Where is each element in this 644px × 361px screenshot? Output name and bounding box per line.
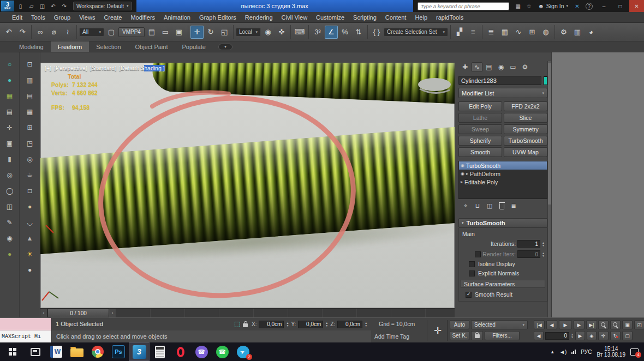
menu-create[interactable]: Create	[99, 12, 126, 22]
maxscript-macro-row[interactable]	[0, 318, 51, 330]
menu-content[interactable]: Content	[381, 12, 411, 22]
angle-snap-icon[interactable]: ∠	[325, 26, 338, 39]
selection-filter-dropdown[interactable]: All▾	[79, 28, 104, 37]
redo-icon[interactable]: ↷	[59, 1, 69, 11]
object-name-field[interactable]	[458, 76, 541, 85]
modifier-button-smooth[interactable]: Smooth	[458, 147, 502, 157]
sphere-tan-icon[interactable]: ●	[25, 201, 35, 212]
render-iters-field[interactable]: 0	[517, 250, 540, 258]
notification-center-icon[interactable]: 4	[630, 348, 639, 356]
panel-tab-modify[interactable]: ∿	[472, 62, 482, 72]
taskbar-app-3dsmax[interactable]: 3	[129, 342, 150, 361]
rect-region-icon[interactable]: ▭	[159, 26, 172, 39]
spreadsheet-icon[interactable]: ▦	[25, 106, 35, 117]
maximize-viewport-button[interactable]: ▢	[622, 331, 633, 340]
expand-arrow-icon[interactable]: ▸	[466, 171, 468, 176]
chair-icon[interactable]: ◳	[25, 138, 35, 149]
vmpp4-button[interactable]: VMPP4	[118, 27, 145, 37]
scale-icon[interactable]: ◱	[218, 26, 231, 39]
unlink-icon[interactable]: ⌀	[47, 26, 61, 39]
lattice-grid-icon[interactable]: ▦	[4, 91, 15, 101]
menu-modifiers[interactable]: Modifiers	[126, 12, 159, 22]
workspace-selector[interactable]: Workspace: Default ▾	[73, 2, 132, 10]
frame-spinner[interactable]: ▲▼	[571, 333, 574, 338]
iterations-field[interactable]: 1	[517, 240, 540, 248]
ribbon-minimize-button[interactable]: ▾	[218, 44, 232, 50]
volume-icon[interactable]: ◄)	[559, 349, 567, 355]
go-to-start-button[interactable]: |◀	[534, 320, 545, 329]
coordinate-system-dropdown[interactable]: Local▾	[236, 28, 261, 37]
maxscript-mini-listener[interactable]: MAXScript Mi	[0, 318, 52, 343]
community-icon[interactable]: ▦	[514, 1, 523, 11]
current-frame-field[interactable]: 0	[545, 332, 569, 340]
move-icon[interactable]: ✛	[190, 26, 204, 39]
schematic-icon[interactable]: ⊞	[526, 26, 539, 39]
taskbar-app-whatsapp[interactable]: ☎	[212, 342, 232, 361]
auto-key-button[interactable]: Auto	[450, 320, 469, 329]
undo-icon[interactable]: ↶	[2, 26, 15, 39]
play-button[interactable]: ▶	[559, 320, 572, 329]
object-color-swatch[interactable]	[544, 76, 547, 85]
modifier-button-turbosmooth[interactable]: TurboSmooth	[504, 136, 547, 146]
menu-scripting[interactable]: Scripting	[349, 12, 381, 22]
taskbar-app-telegram[interactable]: ➤2	[232, 342, 253, 361]
cylinder-prim-icon[interactable]: ▮	[4, 154, 15, 165]
ribbon-tab-freeform[interactable]: Freeform	[51, 41, 90, 52]
close-button[interactable]: ✕	[629, 0, 644, 12]
box-plus-icon[interactable]: ⊞	[25, 122, 35, 133]
next-key-button[interactable]: ▶	[575, 331, 585, 340]
x-coordinate-field[interactable]: 0,0cm	[259, 321, 284, 328]
menu-rendering[interactable]: Rendering	[241, 12, 277, 22]
hose-object-back-coil[interactable]	[152, 63, 455, 104]
add-time-tag-button[interactable]: Add Time Tag	[374, 330, 409, 343]
stack-item-pathdeform[interactable]: ◉▸PathDeform	[459, 170, 547, 178]
mirror-icon[interactable]: ▞	[453, 26, 466, 39]
iterations-spinner[interactable]: ▲▼	[542, 242, 545, 246]
y-spinner[interactable]: ▲▼	[325, 322, 328, 327]
time-slider-handle[interactable]: 0 / 100	[47, 309, 109, 317]
modifier-list-dropdown[interactable]: Modifier List ▾	[458, 88, 547, 98]
viewport-label-segment-3[interactable]: [Default S	[119, 65, 144, 71]
torus-prim-icon[interactable]: ◎	[4, 170, 15, 180]
modifier-button-ffd-2x2x2[interactable]: FFD 2x2x2	[504, 101, 547, 111]
render-iters-checkbox[interactable]	[475, 251, 481, 257]
favorites-star-icon[interactable]: ☆	[524, 1, 534, 11]
modifier-button-slice[interactable]: Slice	[504, 113, 547, 123]
cone-icon[interactable]: ▲	[25, 233, 35, 244]
sign-in-button[interactable]: ☻ Sign In ▾	[535, 3, 571, 9]
taskbar-app-photoshop[interactable]: Ps	[108, 342, 129, 361]
visibility-eye-icon[interactable]: ◉	[461, 171, 464, 176]
modifier-button-spherify[interactable]: Spherify	[458, 136, 502, 146]
explicit-normals-checkbox[interactable]	[469, 270, 475, 276]
network-icon[interactable]	[571, 350, 576, 354]
modifier-button-sweep[interactable]: Sweep	[458, 124, 502, 134]
viewport-label-segment-4[interactable]: hading ]	[144, 65, 164, 71]
edit-named-sets-icon[interactable]: { }	[370, 26, 383, 39]
menu-graph-editors[interactable]: Graph Editors	[195, 12, 241, 22]
previous-key-button[interactable]: ◀	[534, 331, 544, 340]
dish-icon[interactable]: ◡	[25, 217, 35, 228]
circle-select-icon[interactable]: ○	[4, 59, 15, 70]
taskbar-app-task-view[interactable]	[25, 342, 46, 361]
show-end-result-icon[interactable]: ⊔	[474, 202, 481, 209]
taskbar-app-word[interactable]: W	[46, 342, 67, 361]
viewport-label-segment-0[interactable]: [+]	[45, 65, 51, 71]
previous-frame-button[interactable]: ◀	[546, 320, 557, 329]
minimize-button[interactable]: –	[597, 0, 611, 12]
axis-cross-icon[interactable]: ✛	[4, 122, 15, 133]
pin-stack-icon[interactable]: ⌖	[462, 202, 469, 209]
transform-gizmo-button[interactable]: ✛	[430, 323, 445, 338]
tray-expand-icon[interactable]: ▲	[550, 350, 554, 354]
isolate-selection-icon[interactable]	[235, 322, 240, 327]
clay-ball-icon[interactable]: ●	[4, 249, 15, 260]
percent-snap-icon[interactable]: %	[338, 26, 351, 39]
teapot-icon[interactable]: ☕	[25, 170, 35, 180]
help-icon[interactable]: ?	[586, 3, 593, 10]
panel-tab-hierarchy[interactable]: ▤	[484, 62, 494, 72]
pencil-tool-icon[interactable]: ✎	[4, 217, 15, 228]
viewport-label-segment-1[interactable]: [Perspective]	[54, 65, 87, 71]
orbit-view-button[interactable]: ↻	[610, 331, 621, 340]
clipboard-icon[interactable]: ▤	[4, 106, 15, 117]
render-setup-icon[interactable]: ⚙	[557, 26, 570, 39]
photo-icon[interactable]: ▥	[25, 75, 35, 86]
